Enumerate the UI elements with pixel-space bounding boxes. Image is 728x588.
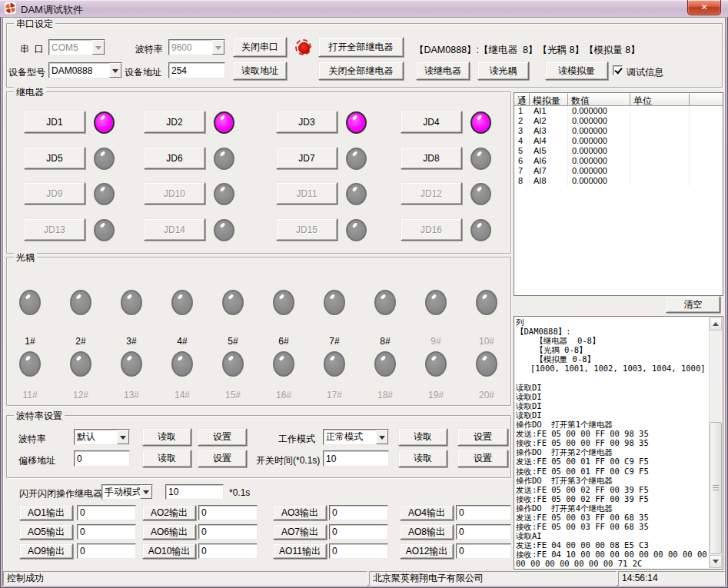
- relay-button-jd11: JD11: [276, 182, 337, 204]
- table-cell: 0.000000: [568, 136, 630, 146]
- baud-read-button[interactable]: 读取: [142, 428, 191, 446]
- baud-set-button[interactable]: 设置: [198, 428, 247, 446]
- ao-output-input-7[interactable]: [329, 524, 388, 540]
- ao-output-input-6[interactable]: [198, 524, 258, 540]
- opto-led-3: [121, 290, 142, 315]
- relay-button-jd5[interactable]: JD5: [24, 147, 85, 169]
- table-cell: 7: [514, 166, 530, 176]
- offset-set-button[interactable]: 设置: [198, 450, 247, 467]
- relay-button-jd13: JD13: [24, 218, 85, 241]
- scroll-up-arrow-icon[interactable]: [710, 317, 722, 331]
- relay-button-jd7[interactable]: JD7: [276, 147, 337, 169]
- opto-label-3: 3#: [108, 336, 155, 347]
- debug-info-checkbox[interactable]: [613, 65, 623, 75]
- open-all-relays-button[interactable]: 打开全部继电器: [318, 37, 404, 57]
- table-cell-extra: [690, 166, 723, 176]
- table-cell: AI2: [530, 116, 568, 126]
- ao-output-input-4[interactable]: [456, 505, 511, 520]
- read-analog-button[interactable]: 读模拟量: [545, 61, 608, 80]
- table-row-2: 2AI20.000000: [514, 116, 723, 126]
- close-serial-port-button[interactable]: 关闭串口: [233, 37, 287, 57]
- relay-button-jd2[interactable]: JD2: [144, 111, 205, 133]
- ao-output-input-11[interactable]: [329, 543, 388, 559]
- ao-output-input-10[interactable]: [198, 543, 258, 559]
- table-cell: [630, 116, 690, 126]
- switch-time-label: 开关时间(*0.1s): [256, 454, 320, 467]
- opto-led-18: [374, 351, 396, 377]
- opto-label-5: 5#: [210, 336, 256, 347]
- table-cell: AI4: [530, 136, 568, 146]
- offset-address-input[interactable]: [74, 450, 130, 467]
- device-address-label: 设备地址: [125, 66, 161, 79]
- ao-output-button-11[interactable]: AO11输出: [273, 543, 327, 559]
- read-opto-button[interactable]: 读光耦: [477, 61, 529, 80]
- ao-output-input-3[interactable]: [329, 505, 388, 520]
- ao-output-button-10[interactable]: AO10输出: [142, 543, 196, 559]
- relay-button-jd3[interactable]: JD3: [276, 111, 337, 133]
- ao-output-input-1[interactable]: [77, 505, 136, 520]
- ao-output-button-7[interactable]: AO7输出: [273, 524, 327, 540]
- close-all-relays-button[interactable]: 关闭全部继电器: [318, 61, 404, 80]
- offset-read-button[interactable]: 读取: [142, 450, 191, 467]
- opto-led-5: [222, 290, 244, 315]
- ao-output-input-2[interactable]: [198, 505, 258, 520]
- relay-button-jd8[interactable]: JD8: [401, 147, 462, 169]
- ao-output-button-8[interactable]: AO8输出: [400, 524, 454, 540]
- scrollbar-thumb[interactable]: [710, 422, 722, 554]
- relay-button-jd6[interactable]: JD6: [144, 147, 205, 169]
- opto-label-17: 17#: [311, 390, 357, 400]
- close-button[interactable]: ✕: [687, 0, 721, 15]
- read-relay-button[interactable]: 读继电器: [416, 61, 470, 80]
- ao-output-input-5[interactable]: [77, 524, 136, 540]
- relay-button-jd4[interactable]: JD4: [401, 111, 462, 133]
- relay-button-jd12: JD12: [401, 182, 462, 204]
- relay-button-jd15: JD15: [276, 218, 337, 241]
- ao-output-button-2[interactable]: AO2输出: [142, 505, 196, 520]
- serial-port-select[interactable]: COM5: [48, 39, 105, 55]
- switch-time-read-button[interactable]: 读取: [398, 450, 447, 467]
- baud-cfg-label: 波特率: [18, 433, 46, 446]
- ao-output-button-9[interactable]: AO9输出: [19, 543, 73, 559]
- baud-select[interactable]: 9600: [168, 39, 225, 55]
- work-mode-dropdown-arrow-icon[interactable]: [376, 430, 388, 444]
- table-cell: 0.000000: [568, 156, 630, 166]
- baud-cfg-dropdown-arrow-icon[interactable]: [117, 430, 129, 444]
- device-model-dropdown-arrow-icon[interactable]: [109, 63, 121, 78]
- switch-time-set-button[interactable]: 设置: [457, 450, 508, 467]
- scroll-down-arrow-icon[interactable]: [710, 555, 722, 568]
- table-cell: [630, 146, 690, 156]
- table-row-3: 3AI30.000000: [514, 126, 723, 136]
- table-row-1: 1AI10.000000: [514, 106, 723, 116]
- ao-output-button-3[interactable]: AO3输出: [273, 505, 327, 520]
- baud-cfg-select[interactable]: 默认: [74, 429, 130, 445]
- serial-port-dropdown-arrow-icon[interactable]: [92, 40, 105, 55]
- work-mode-set-button[interactable]: 设置: [457, 428, 508, 446]
- serial-open-led: [295, 39, 311, 55]
- ao-output-button-4[interactable]: AO4输出: [400, 505, 454, 520]
- read-address-button[interactable]: 读取地址: [233, 61, 287, 80]
- device-model-select[interactable]: DAM0888: [48, 62, 122, 78]
- work-mode-select[interactable]: 正常模式: [323, 429, 389, 445]
- relay-led-4: [470, 111, 491, 134]
- table-cell-extra: [690, 176, 723, 186]
- ao-output-input-12[interactable]: [456, 543, 511, 559]
- log-scrollbar[interactable]: [709, 317, 722, 568]
- opto-led-16: [273, 351, 294, 377]
- work-mode-read-button[interactable]: 读取: [398, 428, 447, 446]
- device-address-input[interactable]: [168, 62, 225, 78]
- ao-output-button-5[interactable]: AO5输出: [19, 524, 73, 540]
- ao-output-input-8[interactable]: [456, 524, 511, 540]
- relay-button-jd1[interactable]: JD1: [24, 111, 85, 133]
- relay-led-11: [346, 183, 367, 205]
- log-panel[interactable]: 列 【DAM0888】: 【继电器 0-8】 【光耦 0-8】 【模拟量 0-8…: [514, 316, 723, 570]
- baud-dropdown-arrow-icon[interactable]: [212, 40, 224, 55]
- ao-output-button-12[interactable]: AO12输出: [400, 543, 454, 559]
- clear-log-button[interactable]: 清空: [666, 296, 720, 313]
- analog-table-header: 通 模拟量 数值 单位: [514, 93, 723, 106]
- ao-output-button-1[interactable]: AO1输出: [19, 505, 73, 520]
- switch-time-input[interactable]: [323, 450, 389, 467]
- ao-output-input-9[interactable]: [77, 543, 136, 559]
- ao-output-button-6[interactable]: AO6输出: [142, 524, 196, 540]
- relay-led-16: [470, 219, 491, 241]
- opto-led-8: [374, 290, 396, 315]
